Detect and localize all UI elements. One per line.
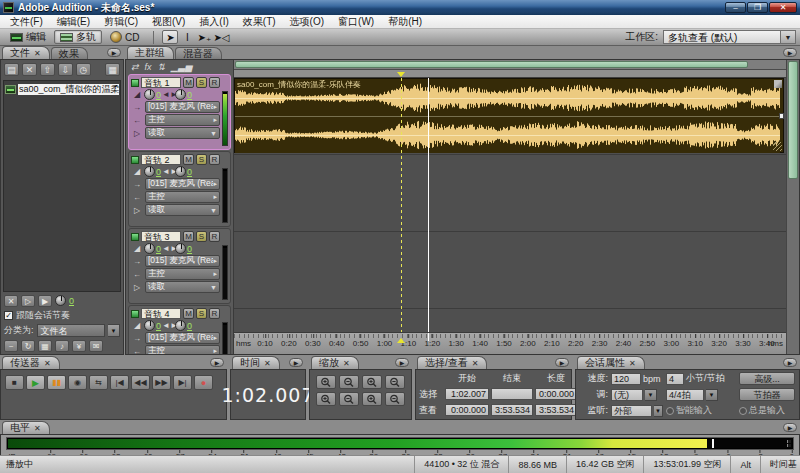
key-select[interactable]: (无) (611, 389, 643, 401)
show-midi-files-icon[interactable]: ♪ (55, 340, 69, 352)
show-markers-icon[interactable]: ✉ (89, 340, 103, 352)
track-color-chip[interactable] (131, 79, 139, 87)
close-tab-icon[interactable]: ✕ (34, 424, 41, 433)
scrollbar-thumb[interactable] (235, 61, 748, 68)
preview-mute-icon[interactable]: ✕ (4, 295, 18, 307)
workspace-dropdown[interactable]: 多轨查看 (默认) ▼ (663, 30, 796, 44)
panel-menu-icon[interactable]: ▶ (395, 358, 409, 367)
chevron-down-icon[interactable]: ▼ (706, 389, 718, 401)
menu-item-3[interactable]: 剪辑(C) (98, 15, 144, 29)
files-tab-文件[interactable]: 文件✕ (2, 46, 50, 59)
menu-item-2[interactable]: 编辑(E) (51, 15, 96, 29)
track-name-field[interactable]: 音轨 1 (141, 77, 181, 88)
timeline-area[interactable]: sa00_com_情似你的温柔-乐队伴奏 (234, 60, 786, 354)
track-output-select[interactable]: 主控▸ (145, 114, 220, 126)
multitrack-view-button[interactable]: 多轨 (54, 30, 102, 44)
show-loop-files-icon[interactable]: ↻ (21, 340, 35, 352)
selection-end-value[interactable] (491, 388, 533, 400)
always-input-radio[interactable] (739, 407, 747, 415)
zoom-out-vertical-button[interactable] (339, 392, 359, 406)
panel-menu-icon[interactable]: ▶ (783, 358, 797, 367)
show-video-files-icon[interactable]: ▦ (38, 340, 52, 352)
preview-volume-knob[interactable] (55, 295, 66, 306)
close-tab-icon[interactable]: ✕ (44, 359, 51, 368)
track-mute-button[interactable]: M (183, 154, 194, 165)
track-automation-select[interactable]: 读取▼ (145, 281, 220, 293)
track-lane-3[interactable] (234, 232, 786, 309)
show-audio-files-icon[interactable]: ~ (4, 340, 18, 352)
track-input-select[interactable]: [015] 麦克风 (Rea▸ (145, 101, 220, 113)
menu-item-9[interactable]: 帮助(H) (382, 15, 428, 29)
selection-marker-icon[interactable] (397, 72, 405, 77)
selection-length-value[interactable]: 3:53.534 (535, 404, 577, 416)
track-record-button[interactable]: R (209, 77, 220, 88)
selection-end-value[interactable]: 3:53.534 (491, 404, 533, 416)
volume-knob[interactable] (144, 166, 155, 177)
track-lane-1[interactable]: sa00_com_情似你的温柔-乐队伴奏 (234, 78, 786, 155)
track-name-field[interactable]: 音轨 2 (141, 154, 181, 165)
close-tab-icon[interactable]: ✕ (264, 359, 271, 368)
smart-input-radio[interactable] (666, 407, 674, 415)
zoom-in-horizontal-button[interactable] (316, 375, 336, 389)
clip-handle[interactable] (779, 113, 784, 119)
show-options-icon[interactable]: ¥ (72, 340, 86, 352)
session-tab-会话属性[interactable]: 会话属性✕ (577, 356, 645, 369)
close-tab-icon[interactable]: ✕ (629, 359, 636, 368)
menu-item-7[interactable]: 选项(O) (284, 15, 330, 29)
clip-resize-grip[interactable] (773, 142, 782, 151)
import-audio-icon[interactable]: ⇧ (40, 63, 55, 76)
file-list-item[interactable]: sa00_com_情似你的温柔-乐队 (4, 83, 120, 95)
track-record-button[interactable]: R (209, 308, 220, 319)
volume-knob[interactable] (144, 320, 155, 331)
levels-tab-电平[interactable]: 电平✕ (2, 421, 50, 434)
menu-item-4[interactable]: 视图(V) (146, 15, 191, 29)
time-tab-时间[interactable]: 时间✕ (232, 356, 280, 369)
volume-knob[interactable] (144, 243, 155, 254)
main-tab-混音器[interactable]: 混音器 (175, 47, 222, 59)
zoom-out-horizontal-button[interactable] (339, 375, 359, 389)
playhead-line[interactable] (428, 78, 429, 332)
track-output-select[interactable]: 主控▸ (145, 191, 220, 203)
track-mute-button[interactable]: M (183, 231, 194, 242)
tracks-view[interactable]: sa00_com_情似你的温柔-乐队伴奏 (234, 78, 786, 332)
selection-start-value[interactable]: 0:00.000 (445, 404, 489, 416)
io-toggle-icon[interactable]: ⇄ (131, 62, 139, 72)
advanced-button[interactable]: 高级... (739, 372, 795, 385)
time-ruler[interactable]: hms0:100:200:300:400:501:001:101:201:301… (234, 332, 786, 354)
zoom-in-vertical-button[interactable] (316, 392, 336, 406)
chevron-down-icon[interactable]: ▼ (645, 389, 657, 401)
transport-tab-传送器[interactable]: 传送器✕ (2, 356, 60, 369)
close-file-icon[interactable]: ✕ (22, 63, 37, 76)
track-input-select[interactable]: [015] 麦克风 (Rea▸ (145, 178, 220, 190)
pan-knob[interactable] (175, 243, 186, 254)
fx-rack-icon[interactable]: fx (145, 62, 152, 72)
maximize-button[interactable]: ❐ (747, 2, 768, 13)
meters-icon[interactable]: ▁▃▅ (171, 62, 192, 72)
sends-icon[interactable]: ⇅ (158, 62, 166, 72)
close-button[interactable]: ✕ (769, 2, 797, 13)
minimize-button[interactable]: – (725, 2, 746, 13)
beats-field[interactable]: 4 (666, 373, 684, 385)
pan-knob[interactable] (175, 166, 186, 177)
import-file-icon[interactable]: ▤ (4, 63, 19, 76)
track-input-select[interactable]: [015] 麦克风 (Rea▸ (145, 332, 220, 344)
track-solo-button[interactable]: S (196, 77, 207, 88)
play-looped-button[interactable]: ◉ (68, 375, 87, 390)
track-solo-button[interactable]: S (196, 308, 207, 319)
vertical-scrollbar[interactable] (786, 60, 799, 354)
close-tab-icon[interactable]: ✕ (343, 359, 350, 368)
preview-autoplay-icon[interactable]: ▷ (21, 295, 35, 307)
insert-multitrack-icon[interactable]: ◷ (76, 63, 91, 76)
zoom-tab-缩放[interactable]: 缩放✕ (311, 356, 359, 369)
menu-item-1[interactable]: 文件(F) (4, 15, 49, 29)
scrub-tool-icon[interactable]: ➤◁ (213, 30, 229, 44)
track-output-select[interactable]: 主控▸ (145, 268, 220, 280)
main-tab-主群组[interactable]: 主群组 (127, 46, 174, 59)
pan-knob[interactable] (175, 89, 186, 100)
go-to-start-button[interactable]: |◀ (110, 375, 129, 390)
chevron-down-icon[interactable]: ▼ (654, 405, 663, 417)
export-audio-icon[interactable]: ⇩ (58, 63, 73, 76)
clip-corner-icon[interactable] (774, 80, 782, 88)
files-tab-效果[interactable]: 效果 (51, 47, 88, 59)
horizontal-scrollbar[interactable] (234, 60, 786, 70)
